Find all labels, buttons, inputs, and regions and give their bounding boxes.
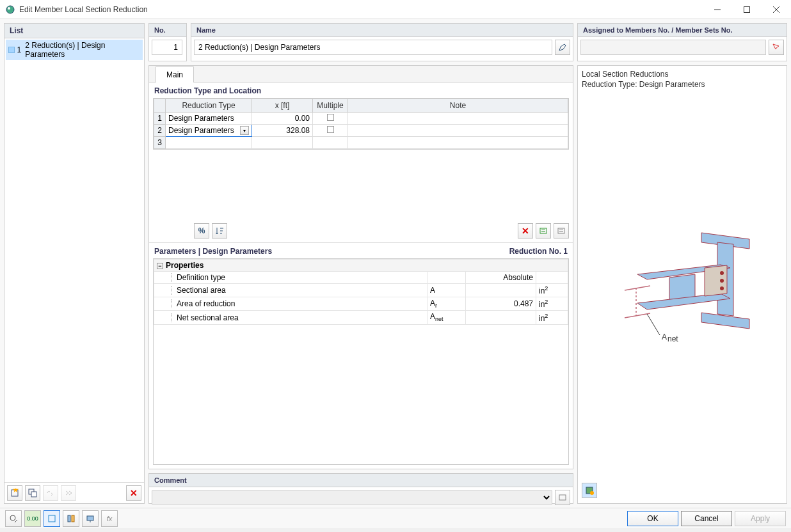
titlebar: Edit Member Local Section Reduction bbox=[0, 0, 791, 19]
comment-select[interactable] bbox=[152, 490, 552, 505]
cell-x[interactable] bbox=[252, 137, 313, 149]
view-tool-button[interactable] bbox=[44, 510, 60, 527]
cell-multiple[interactable] bbox=[313, 113, 348, 125]
param-row[interactable]: Sectional area A in2 bbox=[154, 284, 568, 297]
function-tool-button[interactable]: fx bbox=[101, 510, 118, 527]
maximize-button[interactable] bbox=[732, 0, 762, 19]
cell-type[interactable]: Design Parameters bbox=[166, 113, 252, 125]
section-preview-image[interactable]: A net bbox=[582, 92, 783, 481]
col-x[interactable]: x [ft] bbox=[252, 99, 313, 113]
svg-rect-12 bbox=[541, 231, 545, 232]
number-header: No. bbox=[149, 24, 186, 37]
col-rownum[interactable] bbox=[154, 99, 166, 113]
reduction-grid-toolbar: % ✕ bbox=[149, 219, 573, 242]
reduction-row[interactable]: 3 bbox=[154, 137, 568, 149]
number-box: No. bbox=[148, 23, 187, 61]
dropdown-arrow-icon[interactable]: ▾ bbox=[240, 126, 249, 135]
close-button[interactable] bbox=[762, 0, 791, 19]
link-button-1[interactable] bbox=[43, 485, 58, 501]
svg-rect-13 bbox=[558, 228, 564, 233]
param-row[interactable]: Definition type Absolute bbox=[154, 272, 568, 284]
list-item-label: 2 Reduction(s) | Design Parameters bbox=[25, 41, 140, 59]
cell-type[interactable]: Design Parameters ▾ bbox=[166, 125, 252, 137]
minimize-button[interactable] bbox=[703, 0, 732, 19]
cell-x[interactable]: 0.00 bbox=[252, 113, 313, 125]
svg-point-24 bbox=[720, 271, 724, 275]
bottom-toolbar: 0.00 fx OK Cancel Apply bbox=[0, 508, 791, 528]
param-value[interactable] bbox=[466, 311, 536, 324]
col-multiple[interactable]: Multiple bbox=[313, 99, 348, 113]
assigned-input[interactable] bbox=[580, 40, 766, 55]
delete-row-button[interactable]: ✕ bbox=[518, 223, 533, 239]
viewport-line1: Local Section Reductions bbox=[582, 70, 783, 80]
edit-name-button[interactable] bbox=[555, 40, 570, 55]
list-toolbar: ★ ✕ bbox=[4, 482, 144, 503]
comment-header: Comment bbox=[149, 474, 573, 487]
copy-item-button[interactable] bbox=[25, 485, 40, 501]
param-symbol: A bbox=[427, 284, 466, 297]
svg-line-27 bbox=[625, 286, 650, 290]
name-input[interactable] bbox=[194, 40, 552, 55]
svg-text:★: ★ bbox=[12, 489, 19, 494]
svg-point-0 bbox=[6, 6, 14, 13]
export-button-2[interactable] bbox=[554, 223, 569, 239]
reduction-row[interactable]: 2 Design Parameters ▾ 328.08 bbox=[154, 125, 568, 137]
cell-multiple[interactable] bbox=[313, 125, 348, 137]
param-row[interactable]: Area of reduction Ar 0.487 in2 bbox=[154, 297, 568, 311]
filter-tool-button[interactable] bbox=[63, 510, 79, 527]
export-button-1[interactable] bbox=[536, 223, 551, 239]
number-input[interactable] bbox=[152, 40, 182, 55]
cell-type[interactable] bbox=[166, 137, 252, 149]
param-value[interactable] bbox=[466, 284, 536, 297]
percent-button[interactable]: % bbox=[194, 223, 209, 239]
cell-multiple[interactable] bbox=[313, 137, 348, 149]
cancel-button[interactable]: Cancel bbox=[681, 511, 732, 526]
new-item-button[interactable]: ★ bbox=[7, 485, 22, 501]
collapse-icon[interactable]: − bbox=[157, 263, 163, 269]
reduction-row[interactable]: 1 Design Parameters 0.00 bbox=[154, 113, 568, 125]
params-group-row[interactable]: −Properties bbox=[154, 260, 568, 272]
name-box: Name bbox=[191, 23, 573, 61]
preview-viewport: Local Section Reductions Reduction Type:… bbox=[577, 65, 787, 504]
param-label: Net sectional area bbox=[171, 313, 239, 322]
svg-rect-14 bbox=[559, 230, 563, 230]
svg-point-25 bbox=[720, 279, 724, 283]
list-item-num: 1 bbox=[17, 45, 22, 54]
param-unit bbox=[536, 272, 568, 284]
list-item-color-icon bbox=[8, 47, 15, 53]
search-tool-button[interactable] bbox=[5, 510, 22, 527]
link-button-2[interactable] bbox=[61, 485, 76, 501]
name-header: Name bbox=[191, 24, 573, 37]
col-type[interactable]: Reduction Type bbox=[166, 99, 252, 113]
checkbox-icon[interactable] bbox=[327, 114, 334, 121]
cell-note[interactable] bbox=[348, 113, 568, 125]
row-num: 2 bbox=[154, 125, 166, 137]
reduction-grid: Reduction Type x [ft] Multiple Note 1 De… bbox=[153, 98, 569, 150]
cell-x[interactable]: 328.08 bbox=[252, 125, 313, 137]
svg-text:net: net bbox=[667, 334, 678, 343]
ok-button[interactable]: OK bbox=[627, 511, 678, 526]
pick-members-button[interactable] bbox=[769, 40, 784, 55]
svg-line-35 bbox=[15, 520, 17, 522]
list-item[interactable]: 1 2 Reduction(s) | Design Parameters bbox=[6, 40, 143, 60]
param-row[interactable]: Net sectional area Anet in2 bbox=[154, 311, 568, 324]
viewport-settings-button[interactable] bbox=[582, 483, 597, 498]
col-note[interactable]: Note bbox=[348, 99, 568, 113]
sort-button[interactable] bbox=[212, 223, 227, 239]
display-tool-button[interactable] bbox=[82, 510, 99, 527]
tab-main[interactable]: Main bbox=[156, 66, 194, 82]
comment-apply-button[interactable] bbox=[555, 490, 570, 505]
cell-note[interactable] bbox=[348, 137, 568, 149]
svg-point-26 bbox=[720, 286, 724, 290]
assigned-header: Assigned to Members No. / Member Sets No… bbox=[578, 24, 787, 37]
cell-note[interactable] bbox=[348, 125, 568, 137]
tabs: Main bbox=[149, 66, 573, 82]
checkbox-icon[interactable] bbox=[327, 126, 334, 133]
param-value[interactable]: Absolute bbox=[466, 272, 536, 284]
delete-item-button[interactable]: ✕ bbox=[126, 485, 141, 501]
units-tool-button[interactable]: 0.00 bbox=[24, 510, 41, 527]
param-value[interactable]: 0.487 bbox=[466, 297, 536, 311]
list-body[interactable]: 1 2 Reduction(s) | Design Parameters bbox=[4, 38, 144, 482]
svg-text:A: A bbox=[662, 332, 667, 341]
viewport-line2: Reduction Type: Design Parameters bbox=[582, 80, 783, 90]
